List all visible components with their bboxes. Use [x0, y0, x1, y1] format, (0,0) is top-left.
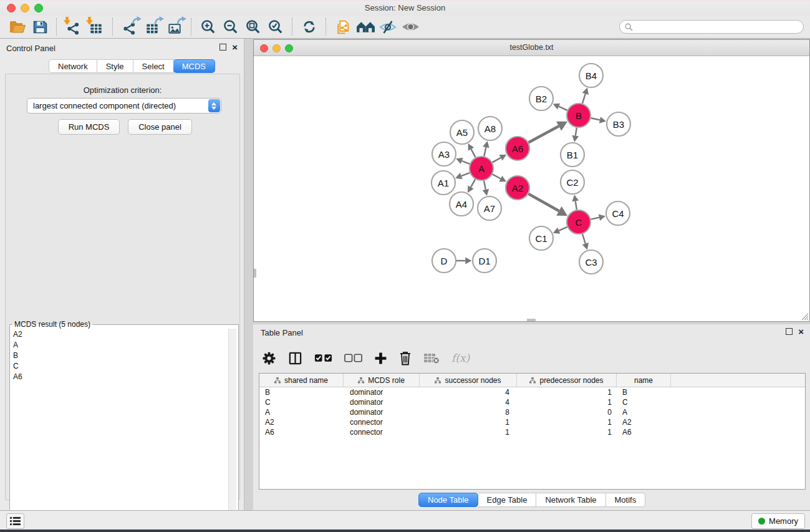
graph-edge-A-A8[interactable] [484, 147, 486, 156]
table-row[interactable]: Adominator80A [259, 407, 805, 417]
table-cell[interactable]: dominator [344, 388, 420, 397]
table-cell[interactable]: 1 [517, 388, 617, 397]
graph-edge-C-C4[interactable] [591, 218, 599, 220]
table-cell[interactable]: 1 [420, 428, 517, 437]
float-panel-icon[interactable] [219, 44, 226, 51]
graph-edge-C-C2[interactable] [576, 201, 577, 210]
table-cell[interactable]: 4 [420, 398, 517, 407]
network-graph[interactable]: B4B2BB3A8A5A6A3B1AA1C2A2A4A7C4CC1C3DD1 [254, 56, 809, 321]
float-table-panel-icon[interactable] [786, 328, 793, 335]
tab-mcds[interactable]: MCDS [173, 59, 215, 73]
zoom-selected-icon[interactable] [264, 17, 287, 36]
graph-edge-C-C1[interactable] [559, 227, 567, 231]
close-panel-icon[interactable]: × [232, 44, 238, 51]
show-all-eye-icon[interactable] [399, 17, 422, 36]
split-columns-icon[interactable] [288, 351, 302, 365]
deselect-all-columns-icon[interactable] [344, 354, 362, 362]
graph-edge-C-C3[interactable] [582, 234, 586, 244]
graph-edge-A-A7[interactable] [484, 181, 486, 190]
mcds-result-item[interactable]: A2 [10, 329, 238, 339]
export-table-icon[interactable] [141, 17, 163, 36]
settings-gear-icon[interactable] [262, 351, 276, 365]
select-stepper-icon[interactable] [208, 99, 220, 112]
table-cell[interactable]: A2 [617, 418, 671, 427]
search-field[interactable] [619, 20, 804, 34]
refresh-icon[interactable] [298, 17, 321, 36]
canvas-horizontal-scroll-nub[interactable] [527, 319, 536, 321]
close-window-button[interactable] [7, 4, 16, 12]
tab-motifs[interactable]: Motifs [606, 493, 646, 507]
graph-edge-A-A6[interactable] [493, 158, 501, 162]
run-mcds-button[interactable]: Run MCDS [58, 119, 120, 135]
tab-network-table[interactable]: Network Table [536, 493, 605, 507]
tab-node-table[interactable]: Node Table [418, 493, 478, 507]
graph-edge-A-A1[interactable] [461, 173, 470, 176]
zoom-window-button[interactable] [34, 4, 43, 12]
graph-edge-A-A2[interactable] [493, 174, 501, 178]
tab-edge-table[interactable]: Edge Table [478, 493, 537, 507]
table-header-row[interactable]: shared nameMCDS rolesuccessor nodesprede… [259, 374, 805, 387]
tab-network[interactable]: Network [49, 59, 97, 73]
minimize-network-button[interactable] [272, 44, 281, 52]
table-cell[interactable]: 0 [517, 408, 617, 417]
mcds-result-item[interactable]: A [10, 339, 238, 350]
table-cell[interactable]: connector [344, 428, 420, 437]
table-cell[interactable]: A6 [617, 428, 671, 437]
table-row[interactable]: A6connector11A6 [259, 427, 805, 437]
export-network-icon[interactable] [118, 17, 141, 36]
delete-column-icon[interactable] [399, 351, 412, 365]
table-cell[interactable]: A [617, 408, 671, 417]
table-cell[interactable]: dominator [344, 408, 420, 417]
graph-edge-A-A3[interactable] [462, 161, 470, 164]
import-table-icon[interactable] [85, 17, 107, 36]
delete-table-icon[interactable] [423, 352, 440, 364]
table-cell[interactable]: A2 [259, 418, 344, 427]
table-cell[interactable]: B [259, 388, 344, 397]
column-header-MCDS-role[interactable]: MCDS role [344, 374, 420, 387]
zoom-fit-icon[interactable] [242, 17, 264, 36]
save-session-icon[interactable] [29, 17, 51, 36]
import-network-icon[interactable] [62, 17, 85, 36]
column-header-shared-name[interactable]: shared name [259, 374, 344, 387]
close-network-button[interactable] [260, 44, 268, 52]
zoom-in-icon[interactable] [197, 17, 219, 36]
close-table-panel-icon[interactable]: × [798, 328, 804, 335]
column-header-predecessor-nodes[interactable]: predecessor nodes [517, 374, 617, 387]
column-header-name[interactable]: name [617, 374, 671, 387]
graph-edge-B-B1[interactable] [576, 128, 577, 136]
tab-style[interactable]: Style [97, 59, 133, 73]
mcds-result-item[interactable]: C [10, 360, 238, 371]
table-cell[interactable]: dominator [344, 398, 420, 407]
node-table[interactable]: shared nameMCDS rolesuccessor nodesprede… [259, 373, 806, 490]
close-panel-button[interactable]: Close panel [128, 119, 192, 135]
export-image-icon[interactable] [163, 17, 186, 36]
table-cell[interactable]: 1 [517, 418, 617, 427]
search-input[interactable] [633, 22, 791, 32]
duplicate-network-icon[interactable] [332, 17, 354, 36]
graph-edge-B-B2[interactable] [559, 107, 567, 110]
mcds-result-item[interactable]: B [10, 350, 238, 360]
mcds-result-item[interactable]: A6 [10, 371, 238, 382]
network-overview-icon[interactable] [354, 17, 377, 36]
table-cell[interactable]: B [617, 388, 671, 397]
window-controls[interactable] [7, 4, 43, 12]
network-window-titlebar[interactable]: testGlobe.txt [254, 40, 809, 56]
table-row[interactable]: Bdominator41B [259, 387, 805, 397]
network-window-controls[interactable] [260, 44, 293, 52]
memory-button[interactable]: Memory [751, 513, 805, 529]
table-row[interactable]: A2connector11A2 [259, 417, 805, 427]
graph-edge-B-B3[interactable] [591, 118, 600, 120]
hide-selected-eye-slash-icon[interactable] [377, 17, 399, 36]
graph-edge-B-B4[interactable] [582, 94, 586, 104]
zoom-network-button[interactable] [285, 44, 293, 52]
table-cell[interactable]: connector [344, 418, 420, 427]
function-builder-icon[interactable]: f(x) [451, 352, 470, 364]
task-history-button[interactable] [6, 513, 24, 529]
column-header-successor-nodes[interactable]: successor nodes [420, 374, 517, 387]
table-cell[interactable]: A6 [259, 428, 344, 437]
open-folder-icon[interactable] [6, 17, 29, 36]
graph-edge-A-A5[interactable] [471, 149, 475, 157]
select-all-columns-icon[interactable] [314, 354, 332, 362]
mcds-result-list[interactable]: A2ABCA6 [10, 329, 238, 525]
table-cell[interactable]: C [259, 398, 344, 407]
